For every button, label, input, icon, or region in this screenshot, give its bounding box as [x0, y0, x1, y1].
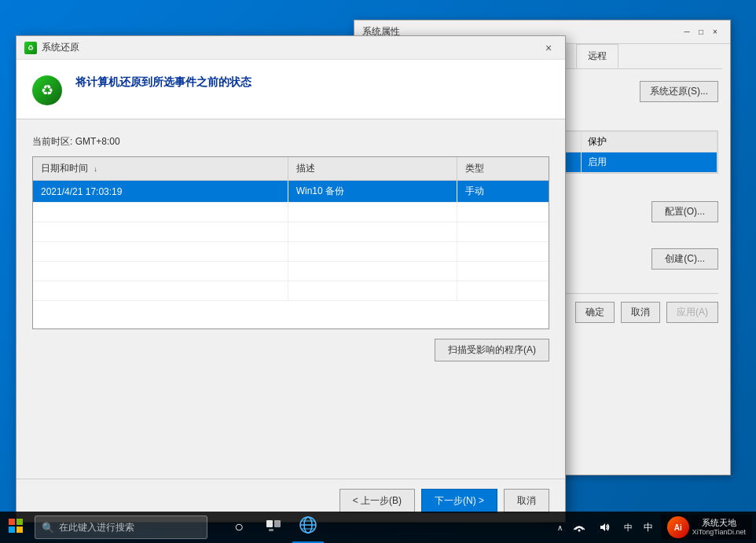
desktop: 系统属性 ─ □ × 计算机名 硬件 高级 系统保护 远程 要使用系统还原，请先…	[0, 0, 756, 543]
col-description-label: 描述	[296, 163, 315, 174]
row-date: 2021/4/21 17:03:19	[33, 181, 288, 203]
apply-button[interactable]: 应用(A)	[666, 302, 718, 323]
svg-rect-1	[17, 519, 23, 525]
taskbar-center-icons: ○	[223, 512, 324, 543]
notification-chevron[interactable]: ∧	[554, 523, 566, 532]
brand-area[interactable]: Ai 系统天地 XiTongTianDi.net	[661, 515, 752, 540]
table-row[interactable]	[33, 242, 549, 262]
brand-line2: XiTongTianDi.net	[692, 528, 746, 537]
svg-rect-0	[9, 519, 15, 525]
cortana-button[interactable]: ○	[223, 512, 255, 543]
svg-point-12	[578, 530, 580, 532]
scan-btn-row: 扫描受影响的程序(A)	[32, 339, 549, 361]
create-button[interactable]: 创建(C)...	[651, 248, 718, 270]
col-protection: 保护	[581, 132, 717, 152]
table-row[interactable]	[33, 203, 549, 222]
config-button[interactable]: 配置(O)...	[651, 201, 718, 222]
restore-header-icon: ♻	[32, 75, 64, 107]
browser-taskbar-button[interactable]	[292, 512, 324, 543]
svg-rect-5	[274, 520, 281, 527]
restore-title-icon: ♻	[24, 42, 37, 54]
col-datetime-label: 日期和时间	[41, 163, 88, 174]
table-row[interactable]	[33, 262, 549, 281]
taskbar: 🔍 在此键入进行搜索 ○	[0, 512, 756, 543]
col-type[interactable]: 类型	[457, 157, 549, 181]
taskbar-search-box[interactable]: 🔍 在此键入进行搜索	[35, 515, 207, 539]
taskbar-right: ∧ 中 中	[554, 512, 756, 543]
col-type-label: 类型	[465, 163, 484, 174]
restore-dialog-title: 系统还原	[42, 41, 540, 54]
start-button[interactable]	[0, 512, 31, 543]
table-row[interactable]: 2021/4/21 17:03:19 Win10 备份 手动	[33, 181, 549, 203]
brand-line1: 系统天地	[692, 517, 746, 528]
restore-header-title: 将计算机还原到所选事件之前的状态	[75, 75, 251, 90]
table-row[interactable]	[33, 222, 549, 242]
taskbar-search-icon: 🔍	[42, 522, 54, 534]
system-restore-dialog: ♻ 系统还原 × ♻ 将计算机还原到所选事件之前的状态 当前时区: GMT+8:…	[16, 35, 566, 523]
cancel-button-restore[interactable]: 取消	[504, 489, 549, 513]
browser-icon	[299, 516, 317, 537]
scan-programs-button[interactable]: 扫描受影响的程序(A)	[435, 339, 549, 361]
brand-logo: Ai	[667, 516, 689, 538]
volume-icon[interactable]	[593, 512, 616, 543]
restore-table: 日期和时间 ↓ 描述 类型 2	[33, 157, 549, 301]
sort-arrow-datetime: ↓	[94, 165, 97, 173]
restore-table-body: 2021/4/21 17:03:19 Win10 备份 手动	[33, 181, 549, 301]
restore-dialog-body: 当前时区: GMT+8:00 日期和时间 ↓ 描述	[17, 119, 565, 369]
cancel-button-props[interactable]: 取消	[621, 302, 660, 323]
svg-marker-13	[600, 523, 605, 531]
row-type: 手动	[457, 181, 549, 203]
start-icon	[9, 519, 23, 537]
next-button[interactable]: 下一步(N) >	[421, 489, 497, 513]
timezone-label: 当前时区: GMT+8:00	[32, 135, 549, 149]
language-indicator[interactable]: 中	[640, 521, 656, 534]
task-view-button[interactable]	[258, 512, 289, 543]
sys-props-minimize-btn[interactable]: ─	[680, 25, 694, 39]
tab-remote[interactable]: 远程	[576, 44, 618, 68]
svg-rect-3	[17, 526, 23, 533]
lang-text: 中	[644, 522, 653, 533]
restore-dialog-header: ♻ 将计算机还原到所选事件之前的状态	[17, 60, 565, 119]
restore-table-header-row: 日期和时间 ↓ 描述 类型	[33, 157, 549, 181]
sys-props-maximize-btn[interactable]: □	[694, 25, 708, 39]
cortana-icon: ○	[234, 518, 244, 536]
table-row[interactable]	[33, 281, 549, 301]
restore-dialog-close-btn[interactable]: ×	[540, 39, 557, 57]
col-description[interactable]: 描述	[288, 157, 457, 181]
sys-restore-button[interactable]: 系统还原(S)...	[640, 81, 718, 102]
network-icon[interactable]	[567, 512, 591, 543]
sys-props-close-btn[interactable]: ×	[708, 25, 722, 39]
col-datetime[interactable]: 日期和时间 ↓	[33, 157, 288, 181]
taskbar-clock[interactable]: 中	[618, 512, 639, 543]
ok-button[interactable]: 确定	[575, 302, 615, 323]
brand-abbr: Ai	[674, 523, 682, 532]
restore-dialog-titlebar: ♻ 系统还原 ×	[17, 36, 565, 60]
svg-rect-2	[9, 526, 15, 533]
restore-table-wrapper: 日期和时间 ↓ 描述 类型 2	[32, 156, 549, 329]
taskbar-search-text: 在此键入进行搜索	[59, 521, 134, 534]
brand-text: 系统天地 XiTongTianDi.net	[692, 517, 746, 537]
task-view-icon	[266, 519, 281, 535]
clock-time: 中	[624, 522, 633, 534]
row-description: Win10 备份	[288, 181, 457, 203]
protection-cell: 启用	[581, 152, 717, 173]
back-button[interactable]: < 上一步(B)	[339, 489, 415, 513]
svg-rect-4	[266, 520, 273, 527]
svg-rect-6	[269, 529, 273, 531]
